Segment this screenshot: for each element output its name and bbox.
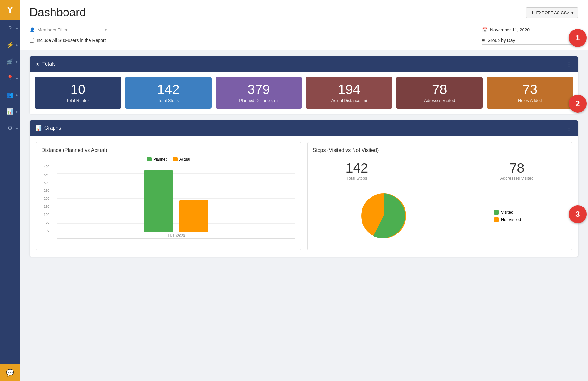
- team-icon: 👥: [6, 91, 13, 98]
- content-area: ★ Totals ⋮ 10 Total Routes 142 Total Sto…: [20, 50, 588, 263]
- bar-chart-icon: 📊: [35, 125, 42, 131]
- app-logo[interactable]: Y: [0, 0, 20, 20]
- graphs-header: 📊 Graphs ⋮: [30, 120, 578, 136]
- sidebar-item-analytics[interactable]: 📊 ▶: [0, 103, 20, 120]
- star-icon: ★: [35, 61, 40, 67]
- distance-chart-legend: Planned Actual: [41, 157, 295, 162]
- addresses-label: Addresses Visited: [500, 176, 533, 181]
- totals-header-left: ★ Totals: [35, 61, 56, 67]
- chevron-right-icon: ▶: [16, 127, 18, 130]
- chevron-right-icon: ▶: [16, 27, 18, 30]
- help-icon: ?: [8, 25, 12, 32]
- analytics-icon: 📊: [6, 108, 13, 115]
- pie-area: Visited Not Visited: [313, 187, 567, 245]
- filter-right: 📅 November 11, 2020 ≡ Group by Day: [482, 27, 578, 45]
- graphs-section: 📊 Graphs ⋮ Distance (Planned vs Actual) …: [30, 120, 578, 257]
- stops-chart-panel: Stops (Visited vs Not Visited) 142 Total…: [307, 142, 572, 250]
- total-card-number: 194: [309, 83, 389, 96]
- sidebar-item-tracking[interactable]: 📍 ▶: [0, 70, 20, 87]
- sidebar-item-routes[interactable]: ⚡ ▶: [0, 37, 20, 53]
- total-card: 78 Adresses Visited: [396, 77, 483, 109]
- not-visited-legend-item: Not Visited: [494, 217, 521, 222]
- total-card-label: Notes Added: [490, 98, 570, 103]
- badge-2: 2: [569, 95, 587, 113]
- total-stops-number: 142: [345, 160, 368, 176]
- chevron-right-icon: ▶: [16, 77, 18, 80]
- visited-legend-item: Visited: [494, 210, 521, 215]
- total-card-label: Adresses Visited: [399, 98, 480, 103]
- planned-bar: [144, 170, 173, 232]
- y-axis: 400 mi 350 mi 300 mi 250 mi 200 mi 150 m…: [41, 165, 57, 239]
- graphs-header-left: 📊 Graphs: [35, 125, 61, 131]
- graphs-menu-dots[interactable]: ⋮: [566, 124, 573, 132]
- badge-1: 1: [569, 29, 587, 47]
- person-icon: 👤: [30, 27, 35, 32]
- actual-bar: [179, 200, 208, 232]
- totals-section: ★ Totals ⋮ 10 Total Routes 142 Total Sto…: [30, 56, 578, 114]
- members-filter-dropdown[interactable]: 👤 Members Filter ▾: [30, 27, 107, 34]
- total-card-label: Total Stops: [128, 98, 209, 103]
- not-visited-legend-dot: [494, 217, 499, 222]
- total-card: 73 Notes Added: [487, 77, 573, 109]
- planned-legend-label: Planned: [153, 157, 167, 162]
- chart-inner: 11/11/2020: [57, 165, 295, 239]
- sidebar-item-settings[interactable]: ⚙ ▶: [0, 120, 20, 137]
- include-subusers-checkbox[interactable]: Include All Sub-users in the Report: [30, 38, 107, 43]
- actual-legend-label: Actual: [179, 157, 190, 162]
- filters-bar: 👤 Members Filter ▾ Include All Sub-users…: [20, 23, 588, 50]
- sidebar-item-orders[interactable]: 🛒 ▶: [0, 53, 20, 70]
- total-card: 379 Planned Distance, mi: [216, 77, 302, 109]
- chat-icon: 💬: [6, 369, 14, 377]
- total-card: 10 Total Routes: [35, 77, 121, 109]
- chart-bars: [57, 165, 295, 232]
- total-card-number: 73: [490, 83, 570, 96]
- addresses-stat: 78 Addresses Visited: [500, 160, 533, 181]
- chevron-right-icon: ▶: [16, 43, 18, 47]
- totals-menu-dots[interactable]: ⋮: [566, 60, 573, 68]
- planned-legend-dot: [147, 157, 152, 161]
- total-card: 194 Actual Distance, mi: [306, 77, 392, 109]
- totals-grid: 10 Total Routes 142 Total Stops 379 Plan…: [30, 72, 578, 114]
- total-stops-label: Total Stops: [345, 176, 368, 181]
- subusers-checkbox-input[interactable]: [30, 38, 34, 43]
- chevron-down-icon: ▾: [105, 28, 107, 32]
- export-csv-button[interactable]: ⬇ EXPORT AS CSV ▾: [526, 7, 578, 18]
- sidebar-item-help[interactable]: ? ▶: [0, 20, 20, 37]
- total-stops-stat: 142 Total Stops: [345, 160, 368, 181]
- sidebar: Y ? ▶ ⚡ ▶ 🛒 ▶ 📍 ▶ 👥 ▶ 📊 ▶ ⚙ ▶ 💬: [0, 0, 20, 381]
- sidebar-item-team[interactable]: 👥 ▶: [0, 87, 20, 103]
- pie-chart: [358, 190, 409, 241]
- total-card-label: Actual Distance, mi: [309, 98, 389, 103]
- planned-legend-item: Planned: [147, 157, 167, 162]
- stops-chart-title: Stops (Visited vs Not Visited): [313, 148, 567, 153]
- date-filter[interactable]: 📅 November 11, 2020: [482, 27, 578, 34]
- main-content: 1 2 3 Dashboard ⬇ EXPORT AS CSV ▾ 👤 Memb…: [20, 0, 588, 381]
- not-visited-legend-label: Not Visited: [501, 217, 521, 222]
- graphs-grid: Distance (Planned vs Actual) Planned Act…: [30, 136, 578, 257]
- cart-icon: 🛒: [6, 58, 13, 65]
- total-card-number: 78: [399, 83, 480, 96]
- settings-icon: ⚙: [7, 125, 13, 132]
- total-card-label: Planned Distance, mi: [219, 98, 299, 103]
- chevron-right-icon: ▶: [16, 110, 18, 113]
- stops-stats: 142 Total Stops 78 Addresses Visited: [313, 157, 567, 187]
- page-header: Dashboard ⬇ EXPORT AS CSV ▾: [20, 0, 588, 23]
- total-card-number: 142: [128, 83, 209, 96]
- group-by-filter[interactable]: ≡ Group by Day: [482, 38, 578, 45]
- group-icon: ≡: [482, 38, 485, 43]
- sidebar-bottom: 💬: [0, 364, 20, 381]
- routes-icon: ⚡: [6, 41, 13, 48]
- stat-divider: [434, 161, 434, 180]
- totals-header: ★ Totals ⋮: [30, 56, 578, 72]
- chevron-down-icon: ▾: [571, 10, 574, 15]
- tracking-icon: 📍: [6, 75, 13, 82]
- badge-3: 3: [569, 205, 587, 223]
- pie-legend: Visited Not Visited: [494, 210, 521, 222]
- visited-legend-dot: [494, 210, 499, 215]
- visited-legend-label: Visited: [501, 210, 514, 215]
- total-card: 142 Total Stops: [125, 77, 212, 109]
- chat-button[interactable]: 💬: [0, 364, 20, 381]
- addresses-number: 78: [500, 160, 533, 176]
- page-title: Dashboard: [30, 6, 86, 19]
- total-card-label: Total Routes: [38, 98, 118, 103]
